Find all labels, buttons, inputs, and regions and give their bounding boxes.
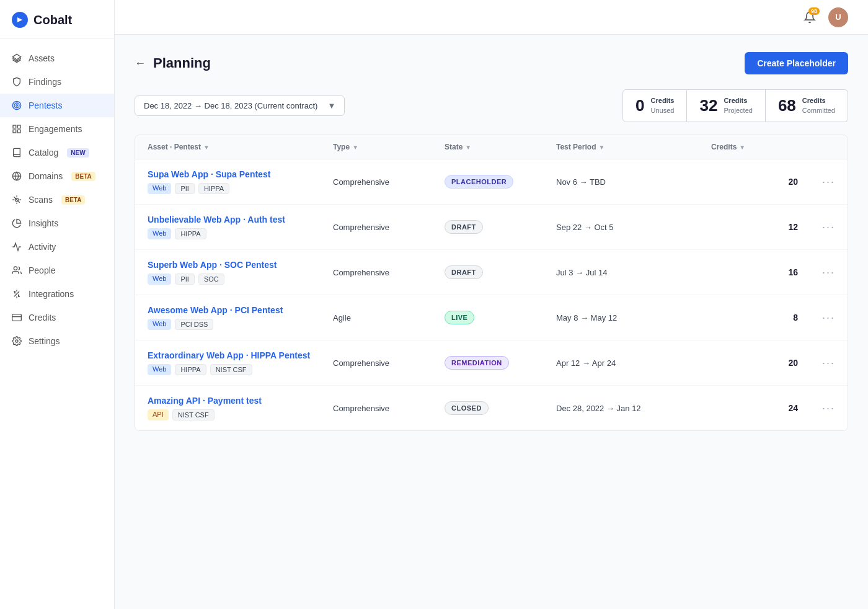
more-button-2[interactable]: ···: [798, 266, 835, 279]
type-cell-0: Comprehensive: [333, 177, 445, 187]
pentest-name-0[interactable]: Supa Web App · Supa Pentest: [148, 169, 333, 179]
credits-unused-card: 0 Credits Unused: [622, 89, 687, 122]
sidebar-item-findings[interactable]: Findings: [0, 70, 114, 94]
user-avatar[interactable]: U: [828, 7, 848, 27]
th-state-label: State: [445, 143, 463, 151]
sidebar-item-engagements[interactable]: Engagements: [0, 117, 114, 141]
contract-selector[interactable]: Dec 18, 2022 → Dec 18, 2023 (Current con…: [135, 96, 345, 116]
sidebar-label-people: People: [29, 265, 56, 275]
notification-button[interactable]: 98: [799, 6, 821, 29]
type-cell-4: Comprehensive: [333, 358, 445, 368]
table-row: Superb Web App · SOC Pentest Web PII SOC…: [135, 250, 848, 295]
book-icon: [11, 147, 22, 158]
sidebar-label-activity: Activity: [29, 242, 56, 252]
credits-cell-2: 16: [711, 267, 798, 277]
pentest-tags-3: Web PCI DSS: [148, 319, 333, 330]
globe-icon: [11, 171, 22, 182]
tag-api-5: API: [148, 409, 169, 420]
pentest-tags-5: API NIST CSF: [148, 409, 333, 420]
sidebar-item-scans[interactable]: Scans BETA: [0, 188, 114, 211]
sidebar-label-credits: Credits: [29, 313, 56, 322]
pentest-name-5[interactable]: Amazing API · Payment test: [148, 396, 333, 406]
sort-icon-state: ▼: [465, 144, 471, 151]
more-button-0[interactable]: ···: [798, 176, 835, 189]
sidebar-item-assets[interactable]: Assets: [0, 47, 114, 70]
pentest-name-3[interactable]: Awesome Web App · PCI Pentest: [148, 305, 333, 315]
state-badge-1: DRAFT: [445, 220, 483, 234]
credits-cell-4: 20: [711, 358, 798, 368]
svg-point-12: [14, 267, 17, 270]
th-period-label: Test Period: [556, 143, 596, 151]
domains-badge: BETA: [71, 172, 95, 181]
svg-point-4: [16, 105, 18, 107]
logo[interactable]: Cobalt: [0, 0, 114, 39]
cobalt-logo-icon: [11, 11, 29, 29]
pentest-name-1[interactable]: Unbelievable Web App · Auth test: [148, 215, 333, 224]
more-button-3[interactable]: ···: [798, 311, 835, 324]
pentest-name-4[interactable]: Extraordinary Web App · HIPPA Pentest: [148, 350, 333, 360]
svg-point-3: [14, 103, 19, 108]
sort-icon-pentest: ▼: [203, 144, 210, 151]
more-button-1[interactable]: ···: [798, 221, 835, 234]
type-cell-3: Agile: [333, 313, 445, 322]
sidebar-label-findings: Findings: [29, 77, 61, 87]
sidebar-item-credits[interactable]: Credits: [0, 306, 114, 329]
catalog-badge: NEW: [67, 148, 89, 158]
sidebar-item-catalog[interactable]: Catalog NEW: [0, 141, 114, 164]
th-state[interactable]: State ▼: [445, 143, 556, 151]
state-badge-0: PLACEHOLDER: [445, 175, 513, 189]
sidebar-item-people[interactable]: People: [0, 259, 114, 282]
layers-icon: [11, 53, 22, 64]
credits-projected-label: Credits Projected: [724, 96, 752, 115]
sidebar-label-engagements: Engagements: [29, 124, 82, 134]
credits-num-0: 20: [788, 177, 798, 187]
create-placeholder-button[interactable]: Create Placeholder: [745, 52, 848, 74]
credits-committed-number: 68: [778, 96, 796, 115]
sidebar-item-activity[interactable]: Activity: [0, 235, 114, 259]
table-row: Amazing API · Payment test API NIST CSF …: [135, 386, 848, 430]
pentest-name-2[interactable]: Superb Web App · SOC Pentest: [148, 260, 333, 270]
pentest-cell-4: Extraordinary Web App · HIPPA Pentest We…: [148, 350, 333, 375]
sidebar-item-insights[interactable]: Insights: [0, 211, 114, 235]
settings-icon: [11, 336, 22, 347]
back-button[interactable]: ←: [135, 57, 146, 70]
users-icon: [11, 265, 22, 276]
sidebar-navigation: Assets Findings Pentests Engagements: [0, 39, 114, 609]
th-credits[interactable]: Credits ▼: [711, 143, 798, 151]
svg-point-15: [16, 340, 18, 342]
state-badge-4: REMEDIATION: [445, 356, 509, 370]
more-button-5[interactable]: ···: [798, 402, 835, 415]
pentest-tags-2: Web PII SOC: [148, 273, 333, 285]
period-cell-3: May 8 → May 12: [556, 313, 711, 322]
sidebar-label-scans: Scans: [29, 195, 53, 205]
state-cell-2: DRAFT: [445, 265, 556, 279]
sidebar-label-integrations: Integrations: [29, 289, 74, 299]
th-period[interactable]: Test Period ▼: [556, 143, 711, 151]
pentest-tags-4: Web HIPPA NIST CSF: [148, 364, 333, 375]
controls-row: Dec 18, 2022 → Dec 18, 2023 (Current con…: [135, 89, 848, 122]
pentest-cell-5: Amazing API · Payment test API NIST CSF: [148, 396, 333, 420]
more-button-4[interactable]: ···: [798, 357, 835, 370]
credits-cell-5: 24: [711, 403, 798, 413]
topbar: 98 U: [115, 0, 868, 35]
tag-pii-0: PII: [175, 183, 194, 194]
tag-pii-2: PII: [175, 273, 194, 285]
sidebar-item-pentests[interactable]: Pentests: [0, 94, 114, 117]
tag-nistcsf-4: NIST CSF: [210, 364, 252, 375]
sidebar-item-settings[interactable]: Settings: [0, 329, 114, 353]
sidebar-item-domains[interactable]: Domains BETA: [0, 164, 114, 188]
sidebar-label-catalog: Catalog: [29, 148, 58, 158]
logo-text: Cobalt: [33, 13, 72, 27]
state-cell-4: REMEDIATION: [445, 356, 556, 370]
page-header: ← Planning Create Placeholder: [135, 52, 848, 74]
pentests-table: Asset · Pentest ▼ Type ▼ State ▼ Test Pe…: [135, 135, 848, 431]
table-row: Awesome Web App · PCI Pentest Web PCI DS…: [135, 295, 848, 340]
th-type[interactable]: Type ▼: [333, 143, 445, 151]
pentest-cell-1: Unbelievable Web App · Auth test Web HIP…: [148, 215, 333, 239]
th-type-label: Type: [333, 143, 350, 151]
period-cell-4: Apr 12 → Apr 24: [556, 358, 711, 368]
th-pentest[interactable]: Asset · Pentest ▼: [148, 143, 333, 151]
contract-label: Dec 18, 2022 → Dec 18, 2023 (Current con…: [144, 101, 317, 110]
shield-icon: [11, 76, 22, 87]
sidebar-item-integrations[interactable]: Integrations: [0, 282, 114, 306]
